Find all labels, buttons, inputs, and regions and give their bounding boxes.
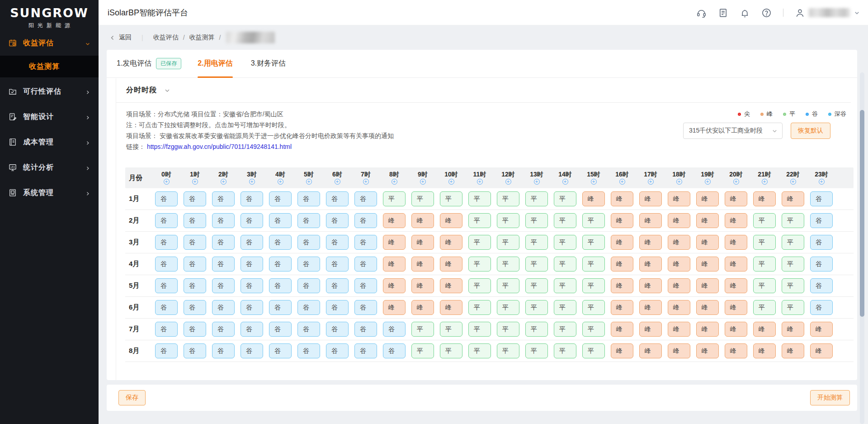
timeslot-cell-flat[interactable]: 平 — [782, 300, 804, 315]
tab-generation-eval[interactable]: 1.发电评估 已保存 — [117, 50, 181, 77]
add-half-hour-icon[interactable]: + — [733, 179, 739, 185]
timeslot-cell-valley[interactable]: 谷 — [212, 278, 235, 293]
timeslot-cell-flat[interactable]: 平 — [411, 322, 434, 337]
timeslot-cell-flat[interactable]: 平 — [440, 343, 462, 358]
timeslot-cell-peak[interactable]: 峰 — [440, 213, 462, 228]
timeslot-cell-peak[interactable]: 峰 — [725, 257, 747, 272]
timeslot-cell-peak[interactable]: 峰 — [440, 278, 462, 293]
timeslot-cell-peak[interactable]: 峰 — [611, 322, 633, 337]
timeslot-cell-valley[interactable]: 谷 — [326, 235, 349, 250]
timeslot-cell-valley[interactable]: 谷 — [184, 278, 206, 293]
back-button[interactable]: 返回 — [119, 33, 132, 42]
timeslot-cell-valley[interactable]: 谷 — [184, 191, 206, 206]
timeslot-cell-flat[interactable]: 平 — [753, 213, 776, 228]
timeslot-cell-peak[interactable]: 峰 — [383, 235, 406, 250]
timeslot-cell-valley[interactable]: 谷 — [184, 343, 206, 358]
timeslot-cell-valley[interactable]: 谷 — [212, 213, 235, 228]
add-half-hour-icon[interactable]: + — [420, 179, 426, 185]
timeslot-cell-flat[interactable]: 平 — [497, 278, 519, 293]
timeslot-cell-flat[interactable]: 平 — [782, 213, 804, 228]
add-half-hour-icon[interactable]: + — [192, 179, 198, 185]
timeslot-cell-peak[interactable]: 峰 — [611, 213, 633, 228]
timeslot-cell-peak[interactable]: 峰 — [668, 235, 690, 250]
timeslot-cell-peak[interactable]: 峰 — [440, 257, 462, 272]
timeslot-cell-peak[interactable]: 峰 — [639, 300, 662, 315]
timeslot-cell-peak[interactable]: 峰 — [696, 300, 719, 315]
timeslot-cell-flat[interactable]: 平 — [525, 278, 548, 293]
timeslot-cell-valley[interactable]: 谷 — [326, 213, 349, 228]
help-icon[interactable] — [761, 8, 772, 18]
breadcrumb-item-revenue-eval[interactable]: 收益评估 — [153, 33, 179, 42]
timeslot-cell-flat[interactable]: 平 — [468, 213, 491, 228]
timeslot-cell-flat[interactable]: 平 — [440, 322, 462, 337]
timeslot-cell-valley[interactable]: 谷 — [326, 257, 349, 272]
timeslot-cell-flat[interactable]: 平 — [753, 235, 776, 250]
timeslot-cell-valley[interactable]: 谷 — [155, 235, 178, 250]
timeslot-cell-peak[interactable]: 峰 — [383, 278, 406, 293]
timeslot-cell-peak[interactable]: 峰 — [725, 343, 747, 358]
add-half-hour-icon[interactable]: + — [762, 179, 768, 185]
timeslot-cell-flat[interactable]: 平 — [383, 191, 406, 206]
timeslot-cell-peak[interactable]: 峰 — [753, 191, 776, 206]
timeslot-cell-flat[interactable]: 平 — [582, 322, 605, 337]
timeslot-cell-peak[interactable]: 峰 — [782, 322, 804, 337]
timeslot-cell-valley[interactable]: 谷 — [354, 343, 377, 358]
timeslot-cell-valley[interactable]: 谷 — [241, 278, 263, 293]
timeslot-cell-valley[interactable]: 谷 — [241, 191, 263, 206]
timeslot-cell-valley[interactable]: 谷 — [155, 213, 178, 228]
timeslot-cell-valley[interactable]: 谷 — [297, 235, 320, 250]
timeslot-cell-peak[interactable]: 峰 — [725, 322, 747, 337]
timeslot-cell-peak[interactable]: 峰 — [411, 257, 434, 272]
tou-template-select[interactable]: 315千伏安以下工商业时段 — [683, 123, 783, 139]
timeslot-cell-valley[interactable]: 谷 — [297, 191, 320, 206]
timeslot-cell-peak[interactable]: 峰 — [668, 343, 690, 358]
timeslot-cell-flat[interactable]: 平 — [782, 257, 804, 272]
sidebar-item-revenue-eval[interactable]: 收益评估 — [0, 33, 99, 53]
timeslot-cell-flat[interactable]: 平 — [497, 191, 519, 206]
timeslot-cell-flat[interactable]: 平 — [468, 235, 491, 250]
timeslot-cell-valley[interactable]: 谷 — [184, 257, 206, 272]
add-half-hour-icon[interactable]: + — [306, 179, 312, 185]
save-button[interactable]: 保存 — [118, 390, 146, 405]
timeslot-cell-flat[interactable]: 平 — [554, 343, 576, 358]
timeslot-cell-peak[interactable]: 峰 — [383, 257, 406, 272]
timeslot-cell-valley[interactable]: 谷 — [297, 322, 320, 337]
timeslot-cell-flat[interactable]: 平 — [497, 213, 519, 228]
timeslot-cell-valley[interactable]: 谷 — [269, 300, 292, 315]
timeslot-cell-peak[interactable]: 峰 — [725, 300, 747, 315]
timeslot-cell-flat[interactable]: 平 — [554, 257, 576, 272]
timeslot-cell-valley[interactable]: 谷 — [326, 322, 349, 337]
timeslot-cell-valley[interactable]: 谷 — [297, 300, 320, 315]
add-half-hour-icon[interactable]: + — [591, 179, 597, 185]
sidebar-item-stats[interactable]: 统计分析 — [0, 157, 99, 178]
add-half-hour-icon[interactable]: + — [448, 179, 454, 185]
timeslot-cell-peak[interactable]: 峰 — [611, 257, 633, 272]
timeslot-cell-flat[interactable]: 平 — [411, 191, 434, 206]
timeslot-cell-flat[interactable]: 平 — [525, 213, 548, 228]
collapse-chevron-icon[interactable] — [164, 87, 170, 94]
timeslot-cell-valley[interactable]: 谷 — [354, 235, 377, 250]
add-half-hour-icon[interactable]: + — [164, 179, 170, 185]
add-half-hour-icon[interactable]: + — [790, 179, 796, 185]
timeslot-cell-peak[interactable]: 峰 — [696, 213, 719, 228]
timeslot-cell-flat[interactable]: 平 — [554, 322, 576, 337]
timeslot-cell-peak[interactable]: 峰 — [383, 213, 406, 228]
timeslot-cell-flat[interactable]: 平 — [497, 322, 519, 337]
timeslot-cell-peak[interactable]: 峰 — [696, 191, 719, 206]
timeslot-cell-flat[interactable]: 平 — [554, 191, 576, 206]
breadcrumb-item-revenue-calc[interactable]: 收益测算 — [189, 33, 215, 42]
document-icon[interactable] — [718, 8, 728, 18]
timeslot-cell-peak[interactable]: 峰 — [810, 322, 833, 337]
timeslot-cell-valley[interactable]: 谷 — [297, 343, 320, 358]
timeslot-cell-valley[interactable]: 谷 — [269, 278, 292, 293]
timeslot-cell-valley[interactable]: 谷 — [269, 257, 292, 272]
sidebar-item-system-mgmt[interactable]: 系统管理 — [0, 182, 99, 203]
add-half-hour-icon[interactable]: + — [819, 179, 825, 185]
timeslot-cell-valley[interactable]: 谷 — [810, 235, 833, 250]
timeslot-cell-valley[interactable]: 谷 — [326, 191, 349, 206]
timeslot-cell-peak[interactable]: 峰 — [668, 191, 690, 206]
add-half-hour-icon[interactable]: + — [363, 179, 369, 185]
timeslot-cell-peak[interactable]: 峰 — [582, 191, 605, 206]
timeslot-cell-peak[interactable]: 峰 — [810, 343, 833, 358]
timeslot-cell-valley[interactable]: 谷 — [241, 257, 263, 272]
